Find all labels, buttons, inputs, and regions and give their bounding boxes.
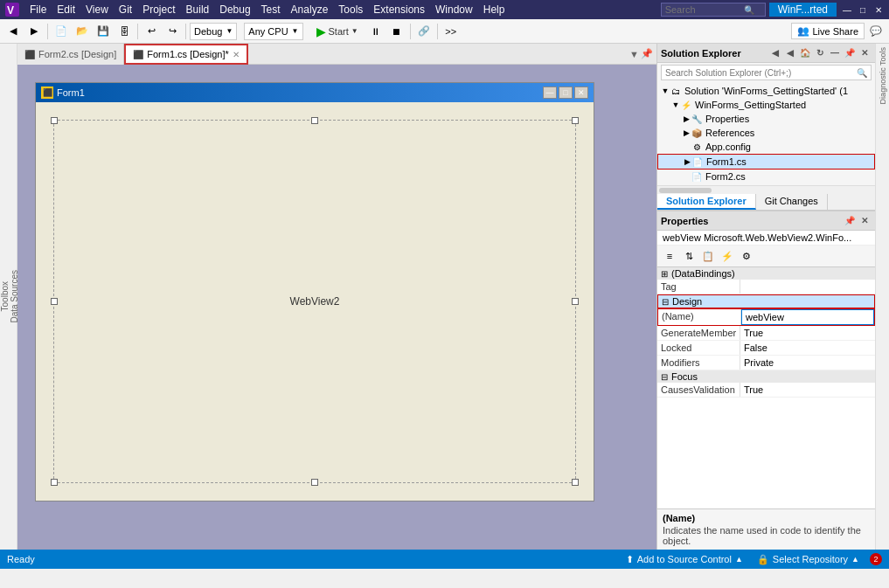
tab-dropdown-button[interactable]: ▼	[629, 49, 639, 59]
menu-test[interactable]: Test	[256, 2, 286, 17]
toolbox-tab[interactable]: Toolbox	[0, 278, 10, 315]
more-toolbar[interactable]: >>	[441, 22, 461, 41]
se-close-btn[interactable]: ✕	[858, 46, 872, 60]
tree-project[interactable]: ▼ ⚡ WinForms_GettingStarted	[657, 98, 875, 112]
menu-extensions[interactable]: Extensions	[368, 2, 430, 17]
platform-dropdown[interactable]: Any CPU ▼	[244, 23, 302, 40]
resize-handle-br[interactable]	[572, 479, 579, 486]
close-button[interactable]: ✕	[872, 3, 886, 17]
global-search-input[interactable]	[665, 4, 744, 15]
prop-value-modifiers[interactable]: Private	[740, 356, 875, 370]
pause-button[interactable]: ⏸	[366, 22, 385, 41]
tab-pin-button[interactable]: 📌	[641, 48, 653, 59]
prop-settings-btn[interactable]: ⚙	[738, 247, 755, 265]
minimize-button[interactable]: —	[840, 3, 854, 17]
notification-badge[interactable]: 2	[870, 553, 882, 565]
expand-properties[interactable]: ▶	[682, 114, 691, 123]
form-minimize-btn[interactable]: —	[543, 86, 557, 99]
tab-form2-design[interactable]: ⬛ Form2.cs [Design]	[17, 44, 124, 65]
window-title: WinF...rted	[769, 3, 837, 17]
tree-appconfig[interactable]: ⚙ App.config	[657, 140, 875, 154]
new-file-button[interactable]: 📄	[52, 22, 71, 41]
solution-icon: 🗂	[670, 85, 682, 97]
start-button[interactable]: ▶ Start ▼	[310, 22, 365, 41]
tab-solution-explorer[interactable]: Solution Explorer	[657, 194, 756, 210]
se-search-box[interactable]: 🔍	[661, 65, 872, 80]
tree-solution[interactable]: ▼ 🗂 Solution 'WinForms_GettingStarted' (…	[657, 84, 875, 98]
tree-form1[interactable]: ▶ 📄 Form1.cs	[657, 154, 875, 169]
expand-solution[interactable]: ▼	[661, 86, 670, 95]
expand-references[interactable]: ▶	[682, 128, 691, 137]
menu-help[interactable]: Help	[478, 2, 510, 17]
prop-value-generatemember[interactable]: True	[740, 326, 875, 340]
menu-edit[interactable]: Edit	[52, 2, 80, 17]
se-home-btn[interactable]: 🏠	[798, 46, 812, 60]
menu-analyze[interactable]: Analyze	[286, 2, 334, 17]
prop-section-design[interactable]: ⊟ Design	[657, 294, 875, 308]
save-button[interactable]: 💾	[94, 22, 113, 41]
se-pin-btn[interactable]: 📌	[843, 46, 857, 60]
tree-properties[interactable]: ▶ 🔧 Properties	[657, 112, 875, 126]
resize-handle-l[interactable]	[51, 298, 58, 305]
menu-git[interactable]: Git	[114, 2, 137, 17]
menu-file[interactable]: File	[24, 2, 52, 17]
prop-section-focus[interactable]: ⊟ Focus	[657, 370, 875, 383]
se-btn-2[interactable]: ◀	[783, 46, 797, 60]
menu-view[interactable]: View	[80, 2, 114, 17]
form-maximize-btn[interactable]: □	[559, 86, 573, 99]
resize-handle-tl[interactable]	[51, 117, 58, 124]
prop-alpha-btn[interactable]: ⇅	[680, 247, 698, 265]
menu-project[interactable]: Project	[137, 2, 180, 17]
prop-value-tag[interactable]	[740, 280, 875, 294]
attach-button[interactable]: 🔗	[414, 22, 434, 41]
prop-close-btn[interactable]: ✕	[858, 214, 872, 228]
solution-explorer: Solution Explorer ◀ ◀ 🏠 ↻ — 📌 ✕ 🔍 ▼	[657, 44, 875, 211]
undo-button[interactable]: ↩	[142, 22, 161, 41]
prop-name-input[interactable]	[746, 312, 870, 322]
select-repository-button[interactable]: 🔒 Select Repository ▲	[754, 553, 863, 566]
prop-properties-btn[interactable]: 📋	[699, 247, 717, 265]
prop-value-locked[interactable]: False	[740, 341, 875, 355]
se-btn-1[interactable]: ◀	[768, 46, 782, 60]
forward-button[interactable]: ▶	[24, 22, 44, 41]
tab-form1-close[interactable]: ✕	[233, 50, 240, 59]
config-dropdown[interactable]: Debug ▼	[190, 23, 237, 40]
tree-form2[interactable]: 📄 Form2.cs	[657, 169, 875, 183]
diagnostic-tools-label[interactable]: Diagnostic Tools	[879, 47, 887, 104]
prop-value-name[interactable]	[741, 309, 874, 325]
menu-tools[interactable]: Tools	[333, 2, 368, 17]
prop-events-btn[interactable]: ⚡	[719, 247, 736, 265]
tree-references[interactable]: ▶ 📦 References	[657, 126, 875, 140]
global-search-box[interactable]: 🔍	[661, 3, 766, 17]
menu-build[interactable]: Build	[181, 2, 215, 17]
prop-category-btn[interactable]: ≡	[661, 247, 678, 265]
se-scrollbar-h[interactable]	[657, 185, 875, 194]
stop-button[interactable]: ⏹	[387, 22, 406, 41]
se-search-input[interactable]	[665, 68, 857, 78]
se-collapse-btn[interactable]: —	[828, 46, 842, 60]
save-all-button[interactable]: 🗄	[115, 22, 134, 41]
se-refresh-btn[interactable]: ↻	[813, 46, 827, 60]
resize-handle-t[interactable]	[311, 117, 318, 124]
expand-form1[interactable]: ▶	[683, 157, 691, 166]
live-share-button[interactable]: 👥 Live Share	[791, 23, 865, 39]
menu-window[interactable]: Window	[430, 2, 478, 17]
resize-handle-tr[interactable]	[572, 117, 579, 124]
resize-handle-r[interactable]	[572, 298, 579, 305]
expand-project[interactable]: ▼	[671, 100, 680, 109]
back-button[interactable]: ◀	[3, 22, 23, 41]
open-file-button[interactable]: 📂	[73, 22, 92, 41]
feedback-button[interactable]: 💬	[866, 22, 886, 41]
form-close-btn[interactable]: ✕	[574, 86, 588, 99]
redo-button[interactable]: ↪	[163, 22, 182, 41]
maximize-button[interactable]: □	[856, 3, 870, 17]
prop-section-databindings[interactable]: ⊞ (DataBindings)	[657, 267, 875, 280]
menu-debug[interactable]: Debug	[214, 2, 255, 17]
tab-form1-design[interactable]: ⬛ Form1.cs [Design]* ✕	[124, 44, 248, 65]
source-control-button[interactable]: ⬆ Add to Source Control ▲	[622, 553, 747, 566]
resize-handle-bl[interactable]	[51, 479, 58, 486]
tab-git-changes[interactable]: Git Changes	[756, 194, 828, 210]
prop-pin-btn[interactable]: 📌	[843, 214, 857, 228]
prop-value-causesvalidation[interactable]: True	[740, 383, 875, 397]
resize-handle-b[interactable]	[311, 479, 318, 486]
